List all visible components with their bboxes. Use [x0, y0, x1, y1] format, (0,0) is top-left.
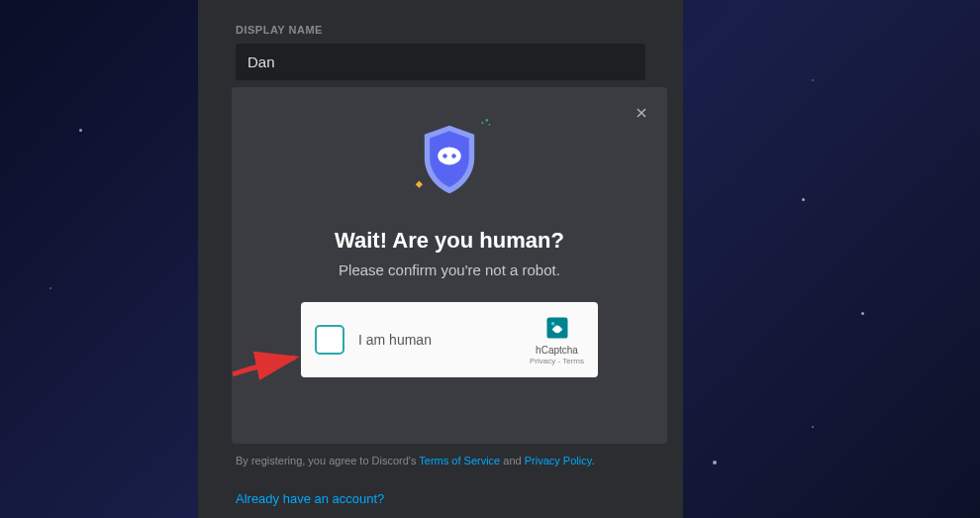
svg-point-1	[481, 122, 483, 124]
bg-star	[802, 198, 805, 201]
svg-point-2	[489, 124, 491, 126]
svg-point-3	[438, 147, 460, 164]
svg-point-4	[442, 154, 447, 158]
privacy-policy-link[interactable]: Privacy Policy	[525, 455, 592, 466]
already-have-account-link[interactable]: Already have an account?	[236, 491, 384, 506]
captcha-label: I am human	[358, 332, 530, 348]
modal-subtitle: Please confirm you're not a robot.	[339, 261, 560, 278]
hcaptcha-brand: hCaptcha Privacy - Terms	[530, 314, 584, 365]
shield-icon	[405, 115, 494, 204]
bg-star	[812, 426, 814, 428]
terms-of-service-link[interactable]: Terms of Service	[419, 455, 500, 466]
captcha-checkbox[interactable]	[315, 325, 344, 355]
bg-star	[812, 79, 814, 81]
bg-star	[49, 287, 51, 289]
terms-prefix: By registering, you agree to Discord's	[236, 455, 419, 466]
hcaptcha-icon	[543, 314, 571, 342]
hcaptcha-links[interactable]: Privacy - Terms	[530, 357, 584, 365]
close-button[interactable]	[630, 101, 653, 125]
terms-and: and	[500, 455, 524, 466]
terms-footer: By registering, you agree to Discord's T…	[236, 455, 594, 466]
modal-title: Wait! Are you human?	[335, 228, 564, 254]
hcaptcha-name: hCaptcha	[536, 345, 578, 356]
bg-star	[79, 129, 82, 132]
svg-point-5	[451, 154, 456, 158]
svg-point-7	[550, 322, 554, 326]
svg-point-0	[485, 119, 488, 122]
bg-star	[861, 312, 864, 315]
captcha-modal: Wait! Are you human? Please confirm you'…	[232, 87, 667, 444]
display-name-input[interactable]	[236, 44, 645, 80]
hcaptcha-widget: I am human hCaptcha Privacy - Terms	[301, 302, 598, 377]
display-name-label: DISPLAY NAME	[236, 24, 645, 36]
bg-star	[713, 461, 717, 465]
close-icon	[634, 105, 649, 121]
